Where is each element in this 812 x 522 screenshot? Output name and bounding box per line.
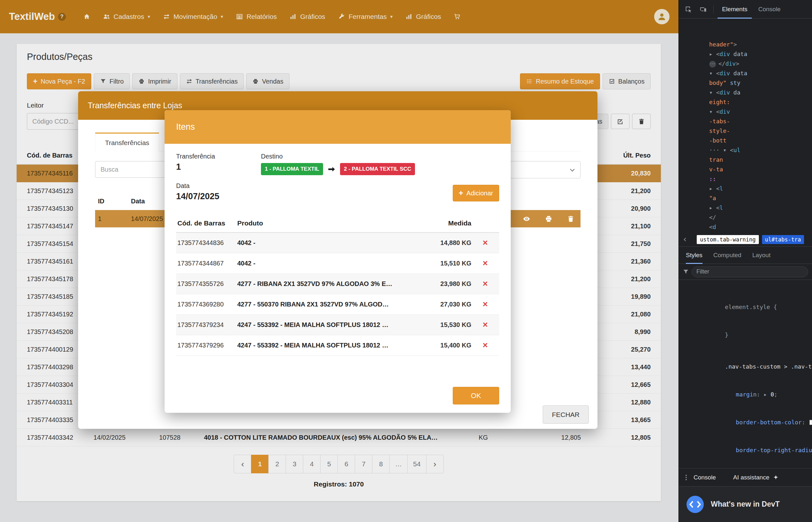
- css-token: }: [725, 332, 728, 338]
- css-declaration[interactable]: border-top-right-radius: 3px;: [683, 427, 808, 455]
- date-value: 14/07/2025: [176, 192, 219, 201]
- items-table-header: Cód. de Barras Produto Medida: [176, 214, 499, 233]
- chevron-left-icon: [682, 237, 688, 242]
- css-token: .nav-tabs-custom > .nav-tabs: [725, 363, 812, 370]
- drawer-ai-tab[interactable]: AI assistance: [733, 474, 779, 481]
- cell-measure: 14,880 KG: [420, 239, 471, 246]
- date-row: Data 14/07/2025 + Adicionar: [176, 182, 499, 201]
- cell-barcode: 1735774379234: [176, 321, 237, 328]
- transfer-info-row: Transferência 1 Destino 1 - PALLOMA TEXT…: [176, 153, 499, 175]
- cell-id: 1: [95, 215, 131, 223]
- ok-button[interactable]: OK: [453, 387, 499, 404]
- css-token: :: [802, 419, 809, 426]
- tree-token: l: [719, 204, 723, 211]
- css-declaration[interactable]: border-bottom-color: #f4f4: [683, 399, 808, 427]
- eye-icon[interactable]: [523, 215, 531, 223]
- breadcrumb-scroll-left[interactable]: [681, 235, 689, 244]
- css-token: {: [770, 304, 777, 310]
- css-token: margin: [736, 391, 757, 398]
- col-id: ID: [95, 198, 131, 205]
- cell-product: 4277 - 550370 RIBANA 2X1 3527VD 97% ALGO…: [237, 301, 420, 308]
- plus-icon: +: [459, 189, 463, 197]
- styles-tabbar: Styles Computed Layout: [679, 246, 812, 264]
- chevron-down-icon: [569, 166, 576, 173]
- cell-barcode: 1735774369280: [176, 301, 237, 308]
- tab-computed[interactable]: Computed: [713, 246, 742, 264]
- add-item-label: Adicionar: [467, 189, 493, 197]
- transfer-value: 1: [176, 162, 261, 172]
- item-row: 1735774379234 4247 - 553392 - MEIA MALHA…: [176, 315, 499, 335]
- cell-measure: 15,530 KG: [420, 321, 471, 328]
- css-declaration[interactable]: margin: ▸ 0;: [683, 371, 808, 399]
- items-table-rows: 1735774344836 4042 - 14,880 KG × 1735774…: [176, 233, 499, 356]
- tab-console[interactable]: Console: [754, 0, 785, 19]
- styles-filter-input[interactable]: [692, 266, 808, 277]
- tree-token: <: [716, 70, 719, 77]
- devtools-tree-line[interactable]: header">: [682, 20, 812, 30]
- tab-styles[interactable]: Styles: [686, 246, 703, 264]
- css-declaration[interactable]: element.style {: [683, 284, 808, 312]
- css-token: [809, 420, 812, 425]
- spark-icon: [773, 474, 779, 481]
- breadcrumb-item[interactable]: ustom.tab-warning: [697, 235, 759, 244]
- cell-barcode: 1735774344836: [176, 239, 237, 246]
- devtools-toolbar: Elements Console: [679, 0, 812, 19]
- kebab-menu-icon[interactable]: [683, 474, 690, 481]
- breadcrumb-item-selected[interactable]: ul#tabs-tra: [762, 235, 804, 244]
- transfer-number-block: Transferência 1: [176, 153, 261, 175]
- devtools-logo-icon: [686, 495, 705, 514]
- tab-layout[interactable]: Layout: [752, 246, 770, 264]
- inspect-element-button[interactable]: [682, 3, 695, 16]
- item-row: 1735774344836 4042 - 14,880 KG ×: [176, 233, 499, 253]
- ai-assistance-label: AI assistance: [733, 474, 769, 481]
- cell-delete: ×: [471, 259, 499, 268]
- transfer-label: Transferência: [176, 153, 261, 160]
- tree-token: div: [719, 51, 730, 57]
- remove-item-button[interactable]: ×: [483, 299, 488, 309]
- tree-token: >: [736, 60, 739, 67]
- css-declaration[interactable]: border-top-left-radius: 3px;: [683, 455, 808, 468]
- trash-icon[interactable]: [567, 215, 575, 223]
- cell-product: 4247 - 553392 - MEIA MALHA SOFTPLUS 1801…: [237, 321, 420, 328]
- css-declaration[interactable]: .nav-tabs-custom > .nav-tabs {: [683, 343, 808, 371]
- cell-barcode: 1735774344867: [176, 260, 237, 267]
- tree-token: <: [716, 108, 719, 115]
- inspect-icon: [685, 5, 692, 13]
- whats-new-bar[interactable]: What's new in DevT: [679, 486, 812, 522]
- cell-measure: 27,030 KG: [420, 301, 471, 308]
- css-token: 0: [770, 391, 774, 398]
- printer-icon[interactable]: [545, 215, 553, 223]
- devtools-panel: Elements Console header"> ▸ <div data ··…: [678, 0, 812, 522]
- tree-token: ▾: [723, 147, 730, 154]
- device-toolbar-button[interactable]: [697, 3, 710, 16]
- drawer-console-tab[interactable]: Console: [693, 474, 716, 481]
- item-row: 1735774344867 4042 - 15,510 KG ×: [176, 253, 499, 274]
- cell-measure: 15,400 KG: [420, 342, 471, 349]
- remove-item-button[interactable]: ×: [483, 320, 488, 329]
- remove-item-button[interactable]: ×: [483, 238, 488, 247]
- item-row: 1735774369280 4277 - 550370 RIBANA 2X1 3…: [176, 294, 499, 315]
- remove-item-button[interactable]: ×: [483, 340, 488, 350]
- add-item-button[interactable]: + Adicionar: [453, 185, 499, 201]
- tree-token: data: [730, 51, 747, 57]
- items-table: Cód. de Barras Produto Medida 1735774344…: [176, 214, 499, 356]
- col-product: Produto: [237, 219, 420, 227]
- remove-item-button[interactable]: ×: [483, 258, 488, 268]
- tab-elements[interactable]: Elements: [717, 0, 752, 19]
- tree-token: div: [719, 70, 730, 77]
- tree-token: sty: [727, 79, 740, 86]
- item-row: 1735774379296 4247 - 553392 - MEIA MALHA…: [176, 335, 499, 356]
- tree-token: >: [734, 41, 737, 48]
- browser-page: TextilWeb ? Cadastros ▾ Movimentação ▾: [0, 0, 678, 522]
- cell-measure: 23,980 KG: [420, 280, 471, 287]
- whats-new-label: What's new in DevT: [711, 500, 780, 508]
- close-modal-button[interactable]: FECHAR: [543, 405, 589, 424]
- css-declaration[interactable]: }: [683, 312, 808, 339]
- remove-item-button[interactable]: ×: [483, 279, 488, 288]
- cell-delete: ×: [471, 239, 499, 247]
- tab-transferencias[interactable]: Transferências: [95, 133, 159, 152]
- items-modal-title: Itens: [176, 122, 195, 132]
- css-token: element.style: [725, 304, 770, 310]
- tree-token: ul: [734, 147, 740, 154]
- css-token: border-bottom-color: [736, 419, 802, 426]
